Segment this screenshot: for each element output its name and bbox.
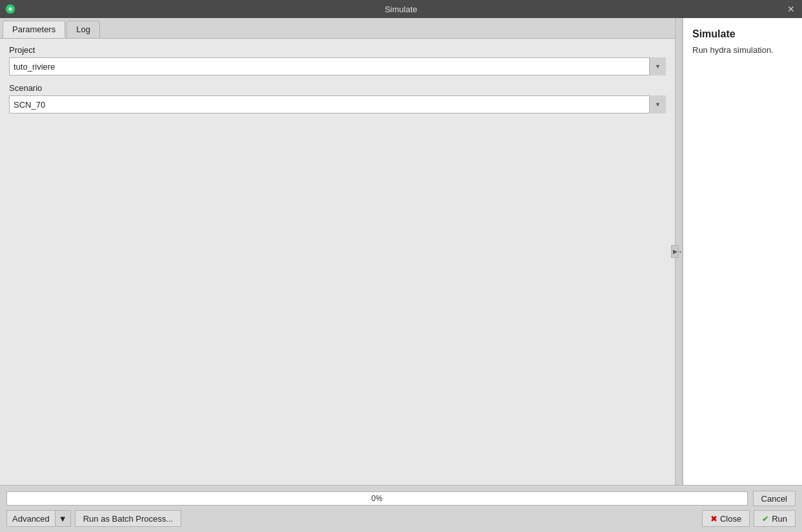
close-dialog-button[interactable]: ✖ Close: [702, 510, 750, 527]
tabs-bar: Parameters Log: [0, 18, 675, 39]
panel-content: Project tuto_riviere Scenario SCN_70: [0, 39, 675, 485]
help-title: Simulate: [692, 28, 793, 40]
title-text: Simulate: [385, 5, 417, 14]
progress-text: 0%: [372, 494, 383, 503]
buttons-row: Advanced ▼ Run as Batch Process... ✖ Clo…: [6, 510, 796, 527]
close-dialog-label: Close: [720, 514, 741, 524]
right-buttons: ✖ Close ✔ Run: [702, 510, 796, 527]
tab-log[interactable]: Log: [66, 21, 100, 38]
scenario-select-wrapper: SCN_70: [9, 95, 666, 113]
left-panel: Parameters Log Project tuto_riviere: [0, 18, 675, 485]
run-label: Run: [772, 514, 787, 524]
scenario-label: Scenario: [9, 83, 666, 93]
bottom-bar: 0% Cancel Advanced ▼ Run as Batch Proces…: [0, 485, 802, 532]
scenario-select[interactable]: SCN_70: [9, 95, 666, 113]
main-content: Parameters Log Project tuto_riviere: [0, 18, 802, 485]
batch-process-button[interactable]: Run as Batch Process...: [75, 510, 181, 527]
scenario-field-group: Scenario SCN_70: [9, 83, 666, 113]
advanced-dropdown-arrow[interactable]: ▼: [55, 511, 70, 526]
close-dialog-icon: ✖: [710, 514, 717, 524]
tab-parameters[interactable]: Parameters: [3, 21, 65, 38]
project-select[interactable]: tuto_riviere: [9, 57, 666, 75]
project-field-group: Project tuto_riviere: [9, 45, 666, 75]
run-icon: ✔: [762, 514, 769, 524]
dialog-window: Simulate ✕ Parameters Log Project tuto_r…: [0, 0, 802, 532]
right-panel: Simulate Run hydra simulation.: [683, 18, 802, 485]
progress-bar: 0%: [6, 491, 748, 506]
advanced-button-label: Advanced: [7, 514, 55, 524]
run-button[interactable]: ✔ Run: [754, 510, 796, 527]
left-buttons: Advanced ▼ Run as Batch Process...: [6, 510, 181, 527]
title-bar: Simulate ✕: [0, 0, 802, 18]
panel-expand-arrow[interactable]: ▶: [671, 245, 679, 258]
advanced-button[interactable]: Advanced ▼: [6, 510, 71, 527]
window-close-button[interactable]: ✕: [785, 3, 797, 15]
help-description: Run hydra simulation.: [692, 45, 793, 55]
progress-row: 0% Cancel: [6, 491, 796, 506]
project-label: Project: [9, 45, 666, 55]
app-icon: [5, 4, 15, 14]
cancel-button[interactable]: Cancel: [753, 491, 796, 506]
project-select-wrapper: tuto_riviere: [9, 57, 666, 75]
